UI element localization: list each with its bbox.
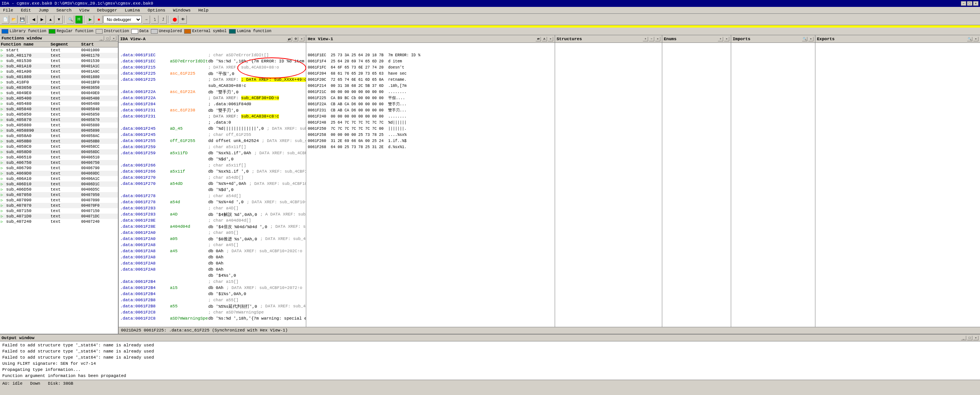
toolbar-open[interactable]: 📂 <box>10 15 18 24</box>
hex-view-ascii[interactable]: A <box>542 37 547 41</box>
maximize-button[interactable]: □ <box>967 1 972 6</box>
function-row-27[interactable]: ▷sub_407050text00407050 <box>0 192 118 198</box>
ida-line-9[interactable]: .data:0061F231asc_61F238db '雙手刃',0 <box>119 107 306 113</box>
hex-view-content[interactable]: 0061F1EC 25 73 3A 25 64 20 18 7B 7m ERRO… <box>306 43 555 327</box>
output-float[interactable]: □ <box>967 336 972 340</box>
debugger-dropdown[interactable]: No debugger <box>103 16 142 23</box>
function-row-4[interactable]: ▷sub_401A90text00401A9C <box>0 69 118 74</box>
imports-content[interactable] <box>731 43 815 327</box>
function-row-32[interactable]: ▷sub_407240text00407240 <box>0 219 118 224</box>
enums-ins[interactable]: + <box>718 37 723 41</box>
toolbar-search[interactable]: 🔍 <box>67 15 74 24</box>
menu-item-jump[interactable]: Jump <box>36 8 51 13</box>
ida-line-21[interactable]: .data:0061F270a54dDdb '%s%+4d',0Ah; DATA… <box>119 181 306 187</box>
toolbar-step[interactable]: → <box>142 15 150 24</box>
function-row-30[interactable]: ▷sub_407150text00407150 <box>0 208 118 214</box>
function-row-16[interactable]: ▷sub_4058A0text004058AC <box>0 133 118 139</box>
toolbar-back[interactable]: ◀ <box>30 15 38 24</box>
function-row-8[interactable]: ▷sub_4049E0text004049E0 <box>0 90 118 96</box>
ida-line-0[interactable]: .data:0061F1EC; char aSD7eErrorIdDIt[] <box>119 52 306 58</box>
ida-line-17[interactable]: db '%$d',0 <box>119 156 306 162</box>
ida-line-8[interactable]: .data:0061F284; .data:0061F84d0 <box>119 101 306 107</box>
ida-view-a-content[interactable]: .data:0061F1EC; char aSD7eErrorIdDIt[].d… <box>119 43 306 327</box>
ida-line-28[interactable]: .data:0061F28Ea404d04ddb '$4倍次 %04d/%04d… <box>119 224 306 230</box>
function-row-2[interactable]: ▷sub_401530text00401530 <box>0 58 118 64</box>
close-button[interactable]: × <box>973 1 978 6</box>
ida-line-34[interactable]: .data:0061F2A8db 0Ah <box>119 260 306 266</box>
function-row-11[interactable]: ▷sub_405840text00405840 <box>0 106 118 112</box>
function-row-31[interactable]: ▷sub_4071D0text004071DC <box>0 214 118 219</box>
ida-line-15[interactable]: .data:0061F259; char a5x11f[] <box>119 144 306 150</box>
function-row-1[interactable]: ▷sub_401170text00401170 <box>0 53 118 58</box>
ida-line-29[interactable]: .data:0061F2A0; char a05[] <box>119 230 306 236</box>
output-close[interactable]: × <box>973 336 978 340</box>
toolbar-stop[interactable]: ■ <box>95 15 103 24</box>
function-row-28[interactable]: ▷sub_407090text00407090 <box>0 198 118 203</box>
ida-line-6[interactable]: .data:0061F22Aasc_61F22Adb '雙手刃',0 <box>119 89 306 95</box>
minimize-button[interactable]: − <box>961 1 966 6</box>
toolbar-fwd[interactable]: ▶ <box>38 15 46 24</box>
function-row-21[interactable]: ▷sub_406750text00406750 <box>0 160 118 165</box>
ida-line-14[interactable]: .data:0061F255off_61F255dd offset unk_64… <box>119 138 306 144</box>
function-row-26[interactable]: ▷sub_406D50text00406D5C <box>0 187 118 192</box>
toolbar-down[interactable]: ▼ <box>55 15 63 24</box>
functions-panel-close[interactable]: × <box>111 36 116 41</box>
ida-line-30[interactable]: .data:0061F2A0a05db '$0推进 %s',0Ah,0; DAT… <box>119 236 306 242</box>
toolbar-save[interactable]: 💾 <box>18 15 26 24</box>
toolbar-breakpoint[interactable]: ⬤ <box>171 15 178 24</box>
ida-line-19[interactable]: .data:0061F266a5x11fdb '%sx%1.if ',0; DA… <box>119 168 306 175</box>
exports-close[interactable]: × <box>973 37 978 41</box>
function-row-24[interactable]: ▷sub_406A10text00406A1C <box>0 176 118 181</box>
menu-item-debugger[interactable]: Debugger <box>95 8 119 13</box>
ida-line-13[interactable]: .data:0061F245; char off_61F255 <box>119 132 306 138</box>
ida-line-43[interactable]: .data:0061F2C8aSD7mWarningSpedb '%s:%d '… <box>119 315 306 322</box>
menu-item-edit[interactable]: Edit <box>18 8 33 13</box>
function-row-23[interactable]: ▷sub_4069D0text004069DC <box>0 171 118 176</box>
function-row-9[interactable]: ▷sub_405400text00405400 <box>0 96 118 101</box>
function-row-22[interactable]: ▷sub_406790text00406790 <box>0 165 118 171</box>
ida-line-10[interactable]: .data:0061F231; DATA XREF: sub_4CA838+c8… <box>119 113 306 119</box>
ida-line-2[interactable]: .data:0061F215; DATA XREF: sub_4CA830+88… <box>119 64 306 70</box>
functions-panel-minimize[interactable]: _ <box>99 36 104 41</box>
toolbar-stepout[interactable]: ⤴ <box>159 15 167 24</box>
ida-line-1[interactable]: .data:0061F1ECaSD7eErrorIdDItdb '%s:%d '… <box>119 58 306 64</box>
exports-search[interactable]: 🔍 <box>967 37 972 41</box>
ida-view-a-config[interactable]: ⚙ <box>293 37 298 41</box>
ida-line-41[interactable]: .data:0061F2B8a55db '%5%s延代判别打',0; DATA … <box>119 303 306 309</box>
ida-line-4[interactable]: .data:0061F225; DATA XREF: ; DATA XREF: … <box>119 77 306 83</box>
toolbar-run[interactable]: ▶ <box>87 15 94 24</box>
function-row-17[interactable]: ▷sub_4058B0text004058B0 <box>0 139 118 144</box>
ida-line-25[interactable]: .data:0061F283; char a4D[] <box>119 205 306 211</box>
function-row-29[interactable]: ▷sub_407070text004070F0 <box>0 203 118 208</box>
structures-content[interactable] <box>555 43 662 327</box>
ida-line-31[interactable]: .data:0061F2A8; char a45[] <box>119 242 306 248</box>
ida-line-20[interactable]: .data:0061F270; char a54dD[] <box>119 175 306 181</box>
ida-line-16[interactable]: .data:0061F259a5x11fDdb '%sx%1.if',0Ah; … <box>119 150 306 156</box>
structures-close[interactable]: × <box>655 37 660 41</box>
output-content[interactable]: Failed to add structure type '_stat64': … <box>0 341 980 380</box>
function-row-20[interactable]: ▷sub_406510text00406510 <box>0 155 118 160</box>
ida-line-27[interactable]: .data:0061F28E; char a404d04d[] <box>119 217 306 224</box>
ida-line-39[interactable]: .data:0061F2B4db '$1%s',0Ah,0 <box>119 291 306 297</box>
exports-content[interactable] <box>815 43 980 327</box>
toolbar-stepover[interactable]: ⤵ <box>151 15 158 24</box>
ida-line-32[interactable]: .data:0061F2A8a45db 0Ah; DATA XREF: sub_… <box>119 248 306 254</box>
menu-item-file[interactable]: File <box>1 8 15 13</box>
function-row-19[interactable]: ▷sub_4058D0text004058DC <box>0 149 118 155</box>
ida-line-23[interactable]: .data:0061F278; char a54d[] <box>119 193 306 199</box>
function-row-3[interactable]: ▷sub_401A10text00401A1C <box>0 64 118 69</box>
menu-item-help[interactable]: Help <box>196 8 211 13</box>
ida-line-18[interactable]: .data:0061F266; char a5x11f[] <box>119 162 306 168</box>
functions-panel-float[interactable]: □ <box>105 36 110 41</box>
enums-content[interactable] <box>662 43 731 327</box>
function-row-25[interactable]: ▷sub_406D10text00406D1C <box>0 181 118 187</box>
ida-line-12[interactable]: .data:0061F245aD_45db '%d|||||||||||||',… <box>119 126 306 132</box>
enums-close[interactable]: × <box>724 37 729 41</box>
ida-line-11[interactable]: ; .data:0 <box>119 119 306 126</box>
output-minimize[interactable]: _ <box>961 336 966 340</box>
ida-line-37[interactable]: .data:0061F2B4; char a15[] <box>119 279 306 285</box>
ida-line-26[interactable]: .data:0061F283a4Ddb '$4解説 %d',0Ah,0; A D… <box>119 211 306 217</box>
function-row-6[interactable]: ▷sub_418F0text00401BF0 <box>0 80 118 85</box>
menu-item-search[interactable]: Search <box>54 8 74 13</box>
function-row-12[interactable]: ▷sub_405850text00405850 <box>0 112 118 117</box>
